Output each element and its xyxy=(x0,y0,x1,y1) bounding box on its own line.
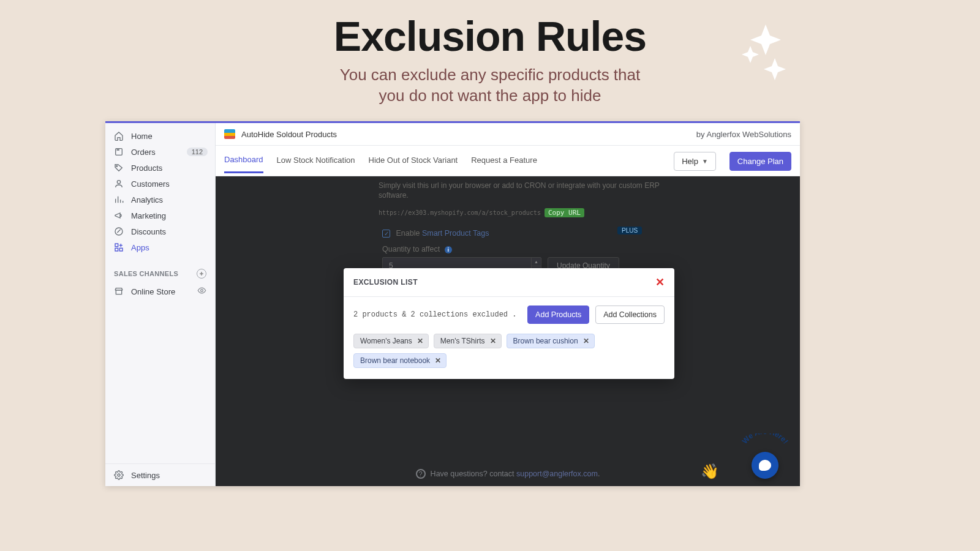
add-collections-button[interactable]: Add Collections xyxy=(595,305,665,324)
chip-brown-bear-notebook: Brown bear notebook ✕ xyxy=(353,353,447,368)
sidebar-label-settings: Settings xyxy=(131,471,160,480)
chat-widget[interactable]: We Are Here! 👋 xyxy=(737,433,793,479)
hero-sub-line2: you do not want the app to hide xyxy=(0,86,980,107)
sidebar-item-analytics[interactable]: Analytics xyxy=(105,192,215,208)
smart-tags-link[interactable]: Smart Product Tags xyxy=(422,229,489,238)
cron-url-row: https://ex303.myshopify.com/a/stock_prod… xyxy=(379,208,584,217)
question-icon: ? xyxy=(416,469,426,479)
change-plan-button[interactable]: Change Plan xyxy=(729,152,791,171)
chip-label: Brown bear cushion xyxy=(513,337,578,345)
smart-tags-row: ✓ Enable Smart Product Tags xyxy=(382,229,489,238)
sidebar-item-home[interactable]: Home xyxy=(105,128,215,144)
store-icon xyxy=(114,287,124,296)
close-icon[interactable]: ✕ xyxy=(655,276,665,289)
tab-dashboard[interactable]: Dashboard xyxy=(224,155,263,173)
app-window: Home Orders 112 Products Customers xyxy=(105,121,800,486)
view-store-icon[interactable] xyxy=(197,286,206,297)
chip-remove-icon[interactable]: ✕ xyxy=(490,337,496,345)
modal-actions-row: 2 products & 2 collections excluded . Ad… xyxy=(353,305,665,324)
wave-icon: 👋 xyxy=(701,463,719,480)
exclusion-list-modal: EXCLUSION LIST ✕ 2 products & 2 collecti… xyxy=(344,268,674,379)
svg-rect-6 xyxy=(115,248,118,251)
content-area-dimmed: Simply visit this url in your browser or… xyxy=(216,176,800,486)
megaphone-icon xyxy=(114,211,124,220)
chip-label: Men's TShirts xyxy=(440,337,485,345)
hero-subtitle: You can exclude any specific products th… xyxy=(0,65,980,107)
chip-mens-tshirts: Men's TShirts ✕ xyxy=(434,334,502,348)
support-email-link[interactable]: support@anglerfox.com xyxy=(516,470,598,478)
modal-header: EXCLUSION LIST ✕ xyxy=(344,268,674,297)
sidebar-item-customers[interactable]: Customers xyxy=(105,176,215,192)
sidebar-item-apps[interactable]: Apps xyxy=(105,239,215,255)
sidebar-label-discounts: Discounts xyxy=(131,227,166,236)
app-logo-icon xyxy=(224,129,235,139)
hero-sub-line1: You can exclude any specific products th… xyxy=(0,65,980,86)
user-icon xyxy=(114,179,124,189)
cron-hint-line1: Simply visit this url in your browser or… xyxy=(379,181,660,190)
sidebar-label-analytics: Analytics xyxy=(131,195,163,204)
gear-icon xyxy=(114,470,124,480)
support-text: Have questions? contact xyxy=(431,470,516,478)
svg-point-8 xyxy=(118,474,120,476)
main-panel: AutoHide Soldout Products by Anglerfox W… xyxy=(216,123,800,486)
copy-url-button[interactable]: Copy URL xyxy=(545,208,584,217)
add-products-button[interactable]: Add Products xyxy=(527,305,589,324)
analytics-icon xyxy=(114,195,124,204)
home-icon xyxy=(114,131,124,141)
sidebar-item-settings[interactable]: Settings xyxy=(105,463,215,486)
cron-url-text: https://ex303.myshopify.com/a/stock_prod… xyxy=(379,209,541,216)
checkbox-icon[interactable]: ✓ xyxy=(382,230,390,238)
info-icon[interactable]: i xyxy=(445,246,452,253)
sidebar-label-orders: Orders xyxy=(131,148,156,157)
sidebar-label-apps: Apps xyxy=(131,243,149,252)
tab-low-stock[interactable]: Low Stock Notification xyxy=(277,156,355,172)
chip-remove-icon[interactable]: ✕ xyxy=(583,337,589,345)
tab-request-feature[interactable]: Request a Feature xyxy=(471,156,537,172)
sales-channels-label: SALES CHANNELS xyxy=(114,270,178,277)
sidebar-item-online-store[interactable]: Online Store xyxy=(105,282,215,301)
svg-rect-4 xyxy=(115,244,118,247)
plus-badge: PLUS xyxy=(617,227,642,234)
modal-title: EXCLUSION LIST xyxy=(353,278,418,287)
chip-label: Brown bear notebook xyxy=(360,356,430,365)
discount-icon xyxy=(114,227,124,236)
cron-hint-line2: software. xyxy=(379,191,409,200)
svg-point-2 xyxy=(117,181,120,184)
tab-hide-variant[interactable]: Hide Out of Stock Variant xyxy=(369,156,458,172)
tag-icon xyxy=(114,163,124,173)
svg-point-1 xyxy=(116,165,118,167)
svg-point-7 xyxy=(201,290,203,292)
exclusion-chips: Women's Jeans ✕ Men's TShirts ✕ Brown be… xyxy=(353,334,665,368)
sidebar-item-discounts[interactable]: Discounts xyxy=(105,223,215,239)
chip-remove-icon[interactable]: ✕ xyxy=(435,356,441,365)
chip-remove-icon[interactable]: ✕ xyxy=(417,337,423,345)
help-label: Help xyxy=(682,157,698,166)
orders-count-badge: 112 xyxy=(187,148,208,156)
sales-channels-heading: SALES CHANNELS xyxy=(105,260,215,282)
tab-bar: Dashboard Low Stock Notification Hide Ou… xyxy=(216,146,800,176)
sidebar-label-home: Home xyxy=(131,132,153,141)
exclusion-summary: 2 products & 2 collections excluded . xyxy=(353,310,521,319)
qty-label: Quantity to affect xyxy=(382,245,440,253)
svg-rect-5 xyxy=(119,248,123,251)
chat-bubble-button[interactable] xyxy=(752,452,778,479)
caret-down-icon: ▼ xyxy=(702,158,708,165)
sidebar-label-products: Products xyxy=(131,163,162,173)
sidebar-item-products[interactable]: Products xyxy=(105,160,215,176)
sidebar-item-orders[interactable]: Orders 112 xyxy=(105,144,215,160)
sidebar: Home Orders 112 Products Customers xyxy=(105,123,216,486)
app-header: AutoHide Soldout Products by Anglerfox W… xyxy=(216,123,800,146)
sidebar-label-customers: Customers xyxy=(131,179,170,189)
sidebar-item-marketing[interactable]: Marketing xyxy=(105,208,215,223)
chat-arc-text: We Are Here! xyxy=(741,433,790,445)
help-dropdown[interactable]: Help ▼ xyxy=(674,152,716,171)
qty-label-row: Quantity to affect i xyxy=(382,245,452,253)
chip-label: Women's Jeans xyxy=(360,337,412,345)
app-title: AutoHide Soldout Products xyxy=(241,130,337,139)
app-vendor: by Anglerfox WebSolutions xyxy=(696,130,791,139)
apps-icon xyxy=(114,242,124,252)
enable-label: Enable xyxy=(396,229,420,238)
modal-body: 2 products & 2 collections excluded . Ad… xyxy=(344,297,674,379)
sidebar-nav-list: Home Orders 112 Products Customers xyxy=(105,123,215,260)
add-channel-button[interactable] xyxy=(197,269,206,279)
